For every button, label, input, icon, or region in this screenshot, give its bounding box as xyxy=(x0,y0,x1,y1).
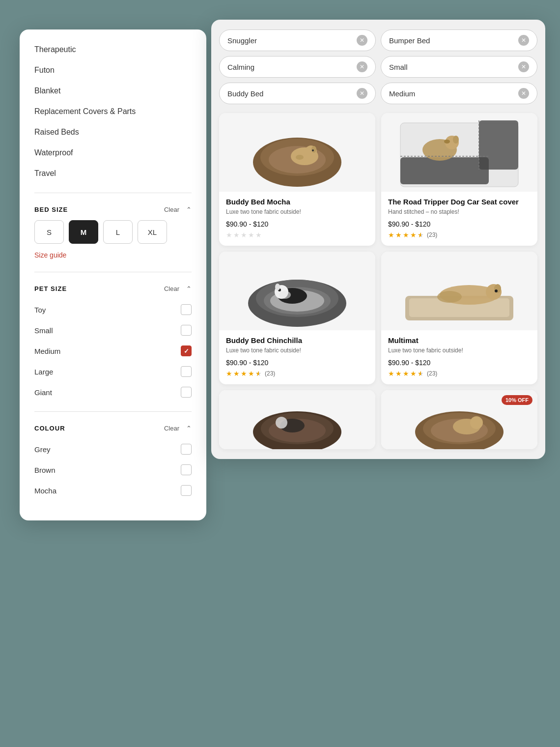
colour-brown-checkbox[interactable] xyxy=(181,464,192,475)
tag-snuggler[interactable]: Snuggler ✕ xyxy=(219,29,376,51)
colour-section: COLOUR Clear ⌃ Grey Brown Mocha xyxy=(20,416,206,506)
tag-calming-close-icon[interactable]: ✕ xyxy=(357,61,367,72)
svg-rect-12 xyxy=(400,157,489,184)
bed-size-clear[interactable]: Clear xyxy=(164,206,179,213)
pet-size-large[interactable]: Large xyxy=(34,361,192,382)
colour-mocha-checkbox[interactable] xyxy=(181,485,192,496)
product-road-tripper-desc: Hand stitched – no staples! xyxy=(388,208,531,216)
colour-brown-label: Brown xyxy=(34,466,56,474)
tag-calming[interactable]: Calming ✕ xyxy=(219,56,376,78)
product-grid: Buddy Bed Mocha Luxe two tone fabric out… xyxy=(219,113,537,449)
colour-brown[interactable]: Brown xyxy=(34,460,192,480)
category-futon[interactable]: Futon xyxy=(34,60,192,81)
colour-grey-label: Grey xyxy=(34,445,51,454)
pet-size-giant-checkbox[interactable] xyxy=(181,387,192,398)
filter-panel: Therapeutic Futon Blanket Replacement Co… xyxy=(20,29,206,520)
product-bottom-1[interactable] xyxy=(219,390,375,449)
category-waterproof[interactable]: Waterproof xyxy=(34,143,192,163)
buddy-bed-mocha-svg xyxy=(219,113,375,192)
size-xl-button[interactable]: XL xyxy=(138,220,167,244)
tag-bumper-bed[interactable]: Bumper Bed ✕ xyxy=(381,29,537,51)
product-buddy-bed-chinchilla[interactable]: Buddy Bed Chinchilla Luxe two tone fabri… xyxy=(219,252,375,384)
size-guide-link[interactable]: Size guide xyxy=(34,251,66,259)
product-buddy-bed-chinchilla-name: Buddy Bed Chinchilla xyxy=(226,336,368,345)
size-m-button[interactable]: M xyxy=(69,220,98,244)
pet-size-large-checkbox[interactable] xyxy=(181,366,192,377)
pet-size-clear[interactable]: Clear xyxy=(164,285,179,292)
size-s-button[interactable]: S xyxy=(34,220,64,244)
product-multimat-stars: ★ ★ ★ ★ ★★ (23) xyxy=(388,370,531,377)
tag-bumper-bed-label: Bumper Bed xyxy=(389,36,430,45)
colour-title: COLOUR xyxy=(34,425,65,432)
category-blanket[interactable]: Blanket xyxy=(34,81,192,101)
pet-size-medium[interactable]: Medium xyxy=(34,341,192,361)
tag-small-label: Small xyxy=(389,63,408,71)
category-travel[interactable]: Travel xyxy=(34,163,192,184)
pet-size-chevron-icon[interactable]: ⌃ xyxy=(186,285,192,292)
product-buddy-bed-mocha-info: Buddy Bed Mocha Luxe two tone fabric out… xyxy=(219,192,375,246)
divider-2 xyxy=(34,272,192,272)
tag-medium[interactable]: Medium ✕ xyxy=(381,83,537,104)
pet-size-header-right: Clear ⌃ xyxy=(164,285,192,292)
tag-medium-label: Medium xyxy=(389,89,415,98)
size-buttons: S M L XL xyxy=(34,220,192,244)
tag-small-close-icon[interactable]: ✕ xyxy=(518,61,529,72)
pet-size-giant[interactable]: Giant xyxy=(34,382,192,402)
star-4-icon: ★ xyxy=(248,370,254,377)
product-buddy-bed-mocha[interactable]: Buddy Bed Mocha Luxe two tone fabric out… xyxy=(219,113,375,246)
colour-mocha[interactable]: Mocha xyxy=(34,480,192,501)
tag-snuggler-close-icon[interactable]: ✕ xyxy=(357,35,367,46)
divider-3 xyxy=(34,411,192,412)
pet-size-toy[interactable]: Toy xyxy=(34,299,192,320)
colour-grey[interactable]: Grey xyxy=(34,439,192,460)
pet-size-toy-checkbox[interactable] xyxy=(181,304,192,315)
tag-medium-close-icon[interactable]: ✕ xyxy=(518,88,529,99)
product-buddy-bed-chinchilla-stars: ★ ★ ★ ★ ★★ (23) xyxy=(226,370,368,377)
svg-point-16 xyxy=(444,140,450,144)
product-buddy-bed-mocha-image xyxy=(219,113,375,192)
category-therapeutic[interactable]: Therapeutic xyxy=(34,39,192,60)
road-tripper-svg xyxy=(381,113,537,192)
star-3-icon: ★ xyxy=(241,231,247,239)
bed-size-title: BED SIZE xyxy=(34,206,68,213)
tag-buddy-bed-close-icon[interactable]: ✕ xyxy=(357,88,367,99)
svg-point-6 xyxy=(311,146,316,153)
star-1-icon: ★ xyxy=(388,370,394,377)
colour-grey-checkbox[interactable] xyxy=(181,444,192,455)
product-multimat-image xyxy=(381,252,537,330)
pet-size-giant-label: Giant xyxy=(34,388,52,397)
pet-size-section: PET SIzE Clear ⌃ Toy Small Medium Large … xyxy=(20,276,206,407)
star-5-icon: ★★ xyxy=(418,231,424,239)
svg-point-28 xyxy=(279,291,291,299)
product-multimat[interactable]: Multimat Luxe two tone fabric outside! $… xyxy=(381,252,537,384)
colour-chevron-icon[interactable]: ⌃ xyxy=(186,425,192,432)
tag-buddy-bed[interactable]: Buddy Bed ✕ xyxy=(219,83,376,104)
pet-size-small[interactable]: Small xyxy=(34,320,192,341)
category-raised-beds[interactable]: Raised Beds xyxy=(34,122,192,143)
product-buddy-bed-mocha-stars: ★ ★ ★ ★ ★ xyxy=(226,231,368,239)
product-multimat-desc: Luxe two tone fabric outside! xyxy=(388,346,531,355)
star-4-icon: ★ xyxy=(410,370,417,377)
category-replacement[interactable]: Replacement Covers & Parts xyxy=(34,101,192,122)
bed-size-chevron-icon[interactable]: ⌃ xyxy=(186,206,192,213)
pet-size-large-label: Large xyxy=(34,368,53,376)
product-multimat-info: Multimat Luxe two tone fabric outside! $… xyxy=(381,330,537,384)
svg-point-42 xyxy=(276,417,287,429)
product-road-tripper[interactable]: The Road Tripper Dog Car Seat cover Hand… xyxy=(381,113,537,246)
colour-clear[interactable]: Clear xyxy=(164,425,179,432)
pet-size-small-checkbox[interactable] xyxy=(181,325,192,336)
pet-size-medium-checkbox[interactable] xyxy=(181,345,192,356)
product-buddy-bed-chinchilla-info: Buddy Bed Chinchilla Luxe two tone fabri… xyxy=(219,330,375,384)
tag-small[interactable]: Small ✕ xyxy=(381,56,537,78)
size-l-button[interactable]: L xyxy=(103,220,133,244)
tag-buddy-bed-label: Buddy Bed xyxy=(227,89,263,98)
colour-header-right: Clear ⌃ xyxy=(164,425,192,432)
star-4-icon: ★ xyxy=(410,231,417,239)
tag-bumper-bed-close-icon[interactable]: ✕ xyxy=(518,35,529,46)
product-buddy-bed-mocha-name: Buddy Bed Mocha xyxy=(226,198,368,206)
product-bottom-2-image: 10% OFF xyxy=(381,390,537,449)
product-bottom-2[interactable]: 10% OFF xyxy=(381,390,537,449)
bed-size-section: BED SIZE Clear ⌃ S M L XL Size guide xyxy=(20,197,206,268)
star-1-icon: ★ xyxy=(226,370,232,377)
svg-point-35 xyxy=(495,289,498,292)
